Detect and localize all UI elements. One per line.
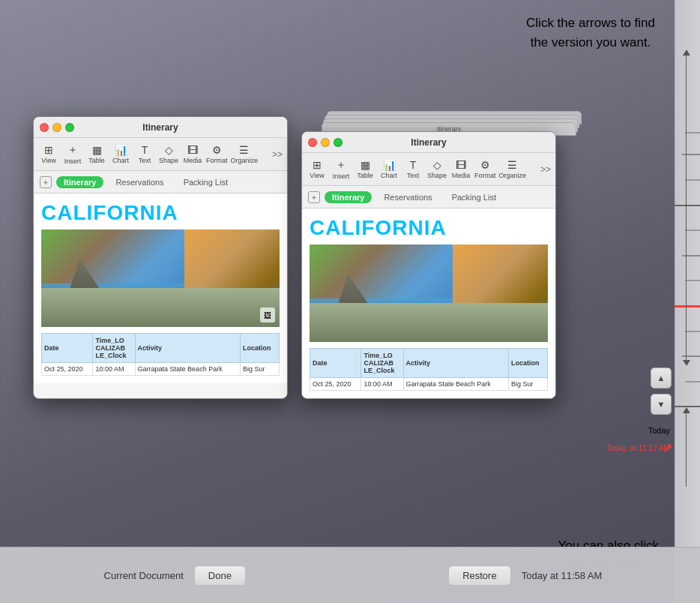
coastal-image-right-right-half — [453, 244, 548, 342]
toolbar-media-left[interactable]: 🎞 Media — [182, 144, 203, 164]
coastal-image-right — [310, 244, 548, 342]
text-icon-r: T — [410, 159, 417, 171]
tick-7[interactable] — [685, 331, 700, 332]
titlebar-buttons-right — [308, 138, 343, 147]
toolbar-more-left[interactable]: >> — [272, 149, 283, 160]
cell-activity-left: Garrapata State Beach Park — [135, 363, 240, 376]
tick-6[interactable] — [685, 280, 700, 281]
version-timestamp: Today at 11:58 AM — [522, 570, 603, 581]
today-red-label: Today, at 11:17 AM — [606, 444, 670, 452]
right-data-table: Date Time_LOCALIZABLE_Clock Activity Loc… — [310, 348, 548, 391]
right-doc-content: CALIFORNIA Date Time_LOCALIZABLE_Clock A… — [302, 208, 555, 398]
toolbar-organize-left[interactable]: ☰ Organize — [231, 144, 259, 164]
left-titlebar: Itinerary — [34, 117, 287, 138]
col-location-right: Location — [508, 349, 547, 378]
insert-icon-r: ＋ — [336, 158, 346, 172]
chart-icon: 📊 — [115, 144, 127, 156]
maximize-button-left[interactable] — [65, 123, 74, 132]
organize-icon-r: ☰ — [507, 159, 517, 171]
tick-5[interactable] — [682, 255, 700, 256]
cell-location-left: Big Sur — [240, 363, 279, 376]
bottom-bar: Current Document Done Restore Today at 1… — [0, 547, 700, 603]
cell-date-left: Oct 25, 2020 — [42, 363, 93, 376]
restore-button[interactable]: Restore — [448, 566, 511, 586]
toolbar-chart-right[interactable]: 📊 Chart — [378, 159, 399, 179]
col-date-left: Date — [42, 334, 93, 363]
toolbar-text-right[interactable]: T Text — [402, 159, 423, 179]
done-button[interactable]: Done — [194, 566, 246, 586]
text-icon: T — [142, 144, 148, 156]
right-titlebar: Itinerary — [302, 132, 555, 153]
toolbar-insert-left[interactable]: ＋ Insert — [62, 143, 83, 165]
toolbar-media-right[interactable]: 🎞 Media — [450, 159, 471, 179]
left-tabs-bar: + Itinerary Reservations Packing List — [34, 171, 287, 194]
col-location-left: Location — [240, 334, 279, 363]
toolbar-view-left[interactable]: ⊞ View — [38, 144, 59, 164]
california-title-right: CALIFORNIA — [310, 216, 548, 240]
image-overlay-icon-left: 🖼 — [260, 308, 275, 322]
toolbar-table-right[interactable]: ▦ Table — [354, 159, 375, 179]
toolbar-shape-left[interactable]: ◇ Shape — [158, 144, 179, 164]
col-date-right: Date — [310, 349, 361, 378]
left-window-title: Itinerary — [142, 122, 178, 133]
tick-today[interactable] — [675, 305, 700, 308]
toolbar-more-right[interactable]: >> — [540, 164, 551, 175]
view-icon: ⊞ — [44, 144, 53, 156]
left-doc-content: CALIFORNIA 🖼 Date Time_LOCALIZABLE_Clock… — [34, 194, 287, 383]
format-icon: ⚙ — [212, 144, 222, 156]
tab-itinerary-right[interactable]: Itinerary — [325, 191, 372, 203]
instruction-top: Click the arrows to find the version you… — [526, 14, 655, 52]
cell-date-right: Oct 25, 2020 — [310, 378, 361, 391]
tick-1[interactable] — [685, 132, 700, 134]
tab-reservations-left[interactable]: Reservations — [108, 176, 171, 188]
col-time-right: Time_LOCALIZABLE_Clock — [361, 349, 403, 378]
tick-8[interactable] — [682, 356, 700, 357]
format-icon-r: ⚙ — [480, 159, 490, 171]
tick-4[interactable] — [685, 230, 700, 231]
toolbar-table-left[interactable]: ▦ Table — [86, 144, 107, 164]
california-title-left: CALIFORNIA — [41, 201, 280, 225]
minimize-button-left[interactable] — [52, 123, 61, 132]
left-toolbar: ⊞ View ＋ Insert ▦ Table 📊 Chart T Text ◇ — [34, 138, 287, 171]
col-activity-left: Activity — [135, 334, 240, 363]
toolbar-format-left[interactable]: ⚙ Format — [206, 144, 228, 164]
minimize-button-right[interactable] — [321, 138, 330, 147]
shape-icon-r: ◇ — [433, 159, 441, 171]
toolbar-shape-right[interactable]: ◇ Shape — [426, 159, 447, 179]
table-icon-r: ▦ — [360, 159, 370, 171]
tick-9[interactable] — [685, 381, 700, 382]
media-icon-r: 🎞 — [456, 159, 466, 171]
close-button-right[interactable] — [308, 138, 317, 147]
tab-itinerary-left[interactable]: Itinerary — [56, 176, 103, 188]
cell-time-right: 10:00 AM — [361, 378, 403, 391]
timeline-arrow-down[interactable]: ▼ — [651, 394, 672, 415]
table-row-left: Oct 25, 2020 10:00 AM Garrapata State Be… — [42, 363, 280, 376]
right-window-title: Itinerary — [411, 137, 446, 148]
maximize-button-right[interactable] — [334, 138, 343, 147]
table-row-right: Oct 25, 2020 10:00 AM Garrapata State Be… — [310, 378, 548, 391]
timeline-arrow-up[interactable]: ▲ — [651, 368, 672, 388]
toolbar-view-right[interactable]: ⊞ View — [307, 159, 328, 179]
tab-packing-right[interactable]: Packing List — [444, 191, 504, 203]
add-tab-button-right[interactable]: + — [308, 191, 320, 203]
toolbar-text-left[interactable]: T Text — [134, 144, 155, 164]
organize-icon: ☰ — [239, 144, 249, 156]
toolbar-chart-left[interactable]: 📊 Chart — [110, 144, 131, 164]
tick-2[interactable] — [682, 154, 700, 155]
insert-icon: ＋ — [67, 143, 78, 157]
current-document-label: Current Document — [104, 570, 184, 581]
left-data-table: Date Time_LOCALIZABLE_Clock Activity Loc… — [41, 333, 280, 376]
col-time-left: Time_LOCALIZABLE_Clock — [93, 334, 135, 363]
toolbar-insert-right[interactable]: ＋ Insert — [331, 158, 351, 180]
tab-packing-left[interactable]: Packing List — [176, 176, 235, 188]
tick-major-1[interactable] — [675, 205, 700, 206]
tab-reservations-right[interactable]: Reservations — [376, 191, 439, 203]
add-tab-button-left[interactable]: + — [40, 176, 52, 188]
chart-icon-r: 📊 — [383, 159, 396, 171]
toolbar-format-right[interactable]: ⚙ Format — [474, 159, 496, 179]
toolbar-organize-right[interactable]: ☰ Organize — [499, 159, 527, 179]
close-button-left[interactable] — [40, 123, 49, 132]
tick-3[interactable] — [685, 179, 700, 181]
timeline-ticks[interactable] — [675, 116, 700, 431]
documents-container: Itinerary ⊞ View ＋ Insert ▦ Table 📊 Char… — [33, 116, 556, 399]
